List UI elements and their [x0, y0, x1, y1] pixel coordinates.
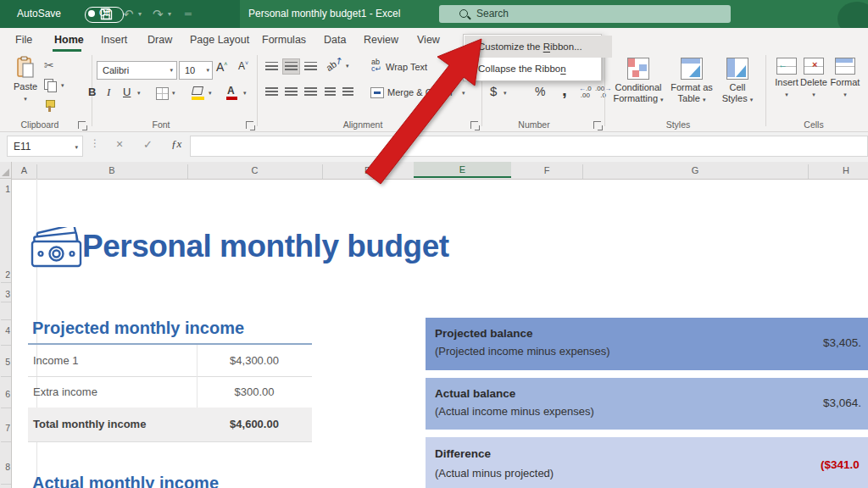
column-header-h[interactable]: H — [808, 162, 868, 179]
copy-caret-icon[interactable]: ▾ — [61, 82, 64, 89]
bold-button[interactable]: B — [88, 86, 96, 98]
alignment-dialog-launcher-icon[interactable] — [470, 121, 478, 129]
tab-view[interactable]: View — [414, 28, 443, 52]
formula-input[interactable] — [190, 136, 868, 157]
undo-caret-icon[interactable]: ▾ — [138, 0, 142, 28]
increase-indent-icon[interactable] — [342, 87, 353, 97]
currency-caret-icon[interactable]: ▾ — [504, 90, 507, 97]
projected-balance-title: Projected balance — [435, 327, 533, 340]
qat-customize-icon[interactable]: ═︎ — [185, 0, 192, 28]
tab-draw[interactable]: Draw — [144, 28, 175, 52]
percent-style-button[interactable]: % — [535, 85, 545, 98]
clipboard-dialog-launcher-icon[interactable] — [78, 121, 86, 129]
menu-item-collapse-ribbon[interactable]: Collapse the Ribbon — [465, 58, 612, 80]
total-income-label: Total monthly income — [33, 408, 146, 441]
align-left-icon[interactable] — [265, 87, 278, 97]
select-all-corner[interactable] — [0, 162, 12, 179]
align-center-icon[interactable] — [285, 87, 298, 97]
underline-caret-icon[interactable]: ▾ — [137, 90, 141, 97]
delete-cells-button[interactable]: × Delete▾ — [797, 58, 831, 100]
projected-balance-cell[interactable]: Projected balance (Projected income minu… — [426, 318, 868, 370]
conditional-formatting-button[interactable]: ConditionalFormatting ▾ — [612, 58, 665, 105]
comma-style-button[interactable]: , — [562, 80, 567, 100]
column-header-a[interactable]: A — [12, 162, 36, 179]
enter-icon[interactable]: ✓ — [143, 138, 153, 151]
paste-button[interactable]: Paste ▾ — [8, 56, 42, 104]
name-box[interactable]: E11 ▾ — [7, 136, 83, 157]
row-header-4[interactable]: 4 — [0, 325, 10, 336]
actual-balance-cell[interactable]: Actual balance (Actual income minus expe… — [426, 378, 868, 430]
tab-page-layout[interactable]: Page Layout — [186, 28, 253, 52]
row-header-7[interactable]: 7 — [0, 423, 10, 433]
italic-button[interactable]: I — [107, 86, 110, 99]
tab-review[interactable]: Review — [360, 28, 402, 52]
save-icon[interactable] — [100, 8, 113, 20]
decrease-indent-icon[interactable] — [325, 87, 336, 97]
menu-item-customize-ribbon[interactable]: Customize the Ribbon... — [465, 36, 612, 58]
table-row-income1[interactable]: Income 1 $4,300.00 — [28, 345, 312, 377]
align-middle-icon[interactable] — [283, 59, 299, 74]
merge-center-icon[interactable] — [370, 87, 384, 98]
wrap-text-icon[interactable]: abc↵ — [371, 58, 381, 72]
align-bottom-icon[interactable] — [304, 62, 317, 71]
row-header-3[interactable]: 3 — [0, 289, 10, 299]
row-header-5[interactable]: 5 — [0, 357, 10, 367]
merge-center-caret-icon[interactable]: ▾ — [462, 90, 465, 97]
column-header-g[interactable]: G — [582, 162, 808, 179]
actual-income-heading[interactable]: Actual monthly income — [32, 474, 219, 488]
font-dialog-launcher-icon[interactable] — [246, 121, 253, 129]
align-top-icon[interactable] — [265, 62, 278, 71]
sheet-title-cell[interactable]: Personal monthly budget — [82, 229, 449, 264]
merge-center-label[interactable]: Merge & Center — [387, 87, 453, 97]
insert-function-icon[interactable]: ƒx — [171, 137, 181, 151]
currency-format-button[interactable]: $ — [490, 84, 497, 98]
difference-value: ($341.0 — [821, 458, 860, 471]
font-size-combo[interactable]: 10 ▾ — [179, 61, 213, 80]
orientation-caret-icon[interactable]: ▾ — [346, 63, 349, 69]
format-as-table-button[interactable]: Format asTable ▾ — [668, 58, 715, 105]
number-dialog-launcher-icon[interactable] — [593, 121, 601, 129]
row-header-1[interactable]: 1 — [0, 184, 10, 194]
difference-cell[interactable]: Difference (Actual minus projected) ($34… — [426, 437, 868, 488]
decrease-decimal-button[interactable]: .00→.0 — [595, 86, 611, 99]
increase-decimal-button[interactable]: ←.0.00 — [579, 86, 592, 99]
column-header-b[interactable]: B — [36, 162, 187, 179]
column-header-f[interactable]: F — [511, 162, 582, 179]
tab-home[interactable]: Home — [51, 28, 87, 52]
cancel-icon[interactable]: × — [116, 137, 123, 151]
column-header-e-selected[interactable]: E — [414, 162, 511, 178]
formula-bar-handle-icon[interactable]: ⋮ — [90, 137, 100, 149]
cut-scissors-icon[interactable]: ✂︎ — [44, 58, 54, 72]
row-header-6[interactable]: 6 — [0, 389, 10, 399]
table-row-total-income[interactable]: Total monthly income $4,600.00 — [28, 408, 312, 442]
wrap-text-label[interactable]: Wrap Text — [386, 62, 427, 72]
tab-formulas[interactable]: Formulas — [259, 28, 309, 52]
tab-insert[interactable]: Insert — [97, 28, 131, 52]
undo-icon[interactable]: ↶ — [123, 0, 134, 28]
tab-file[interactable]: File — [12, 28, 36, 52]
borders-icon[interactable] — [156, 87, 169, 100]
align-right-icon[interactable] — [304, 87, 317, 97]
font-color-icon[interactable]: A — [227, 85, 235, 97]
orientation-icon[interactable]: ab↗ — [324, 54, 345, 74]
borders-caret-icon[interactable]: ▾ — [172, 90, 175, 97]
redo-icon[interactable]: ↷ — [153, 0, 164, 28]
row-header-8[interactable]: 8 — [0, 462, 10, 472]
fill-color-caret-icon[interactable]: ▾ — [209, 90, 212, 97]
tab-data[interactable]: Data — [320, 28, 349, 52]
row-header-2[interactable]: 2 — [0, 269, 10, 280]
column-header-c[interactable]: C — [187, 162, 322, 179]
format-cells-icon — [835, 58, 855, 75]
column-header-d[interactable]: D — [322, 162, 414, 179]
font-name-combo[interactable]: Calibri ▾ — [97, 61, 177, 80]
cell-styles-button[interactable]: CellStyles ▾ — [716, 58, 759, 105]
table-row-extra-income[interactable]: Extra income $300.00 — [28, 376, 312, 408]
redo-caret-icon[interactable]: ▾ — [168, 0, 171, 28]
shrink-font-button[interactable]: A˅ — [238, 60, 248, 72]
font-color-caret-icon[interactable]: ▾ — [243, 90, 247, 97]
projected-income-heading[interactable]: Projected monthly income — [32, 319, 244, 338]
search-input[interactable]: Search — [439, 5, 731, 23]
underline-button[interactable]: U — [123, 86, 131, 98]
format-cells-button[interactable]: Format▾ — [826, 58, 864, 100]
grow-font-button[interactable]: A˄ — [216, 60, 227, 74]
